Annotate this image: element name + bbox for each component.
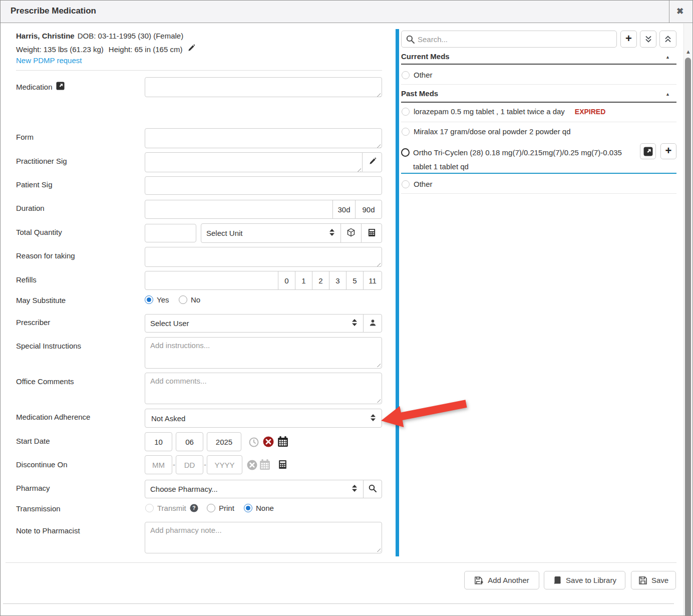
med-radio[interactable] xyxy=(402,108,410,116)
transmit-label: Transmit xyxy=(157,504,186,512)
meds-search-box[interactable] xyxy=(401,31,617,48)
duration-input[interactable] xyxy=(145,200,333,219)
medication-external-link-icon[interactable] xyxy=(56,82,65,92)
med-radio[interactable] xyxy=(402,180,410,188)
meds-search-input[interactable] xyxy=(418,35,616,44)
discontinue-label: Discontinue On xyxy=(16,460,68,469)
past-med-row-other[interactable]: Other xyxy=(402,180,433,188)
scroll-up-icon[interactable]: ▲ xyxy=(685,49,691,55)
collapse-all-button[interactable] xyxy=(640,31,656,48)
duration-90d-button[interactable]: 90d xyxy=(355,200,382,219)
prescriber-label: Prescriber xyxy=(16,318,50,327)
date-separator: - xyxy=(172,460,176,469)
save-to-library-button[interactable]: Save to Library xyxy=(544,571,625,589)
transmit-radio[interactable] xyxy=(145,504,154,512)
current-med-row-other[interactable]: Other xyxy=(402,71,433,79)
discontinue-calendar-icon[interactable] xyxy=(259,459,270,472)
none-radio[interactable] xyxy=(244,504,252,512)
patient-weight: Weight: 135 lbs (61.23 kg) xyxy=(16,45,104,54)
duration-30d-button[interactable]: 30d xyxy=(332,200,356,219)
discontinue-day-input[interactable] xyxy=(176,455,203,474)
save-button[interactable]: Save xyxy=(631,571,676,589)
new-pdmp-request-link[interactable]: New PDMP request xyxy=(16,56,82,65)
start-date-calendar-icon[interactable] xyxy=(277,436,288,449)
refill-5-button[interactable]: 5 xyxy=(346,271,364,290)
bottom-divider xyxy=(3,603,674,604)
date-separator: - xyxy=(203,460,207,469)
row-divider xyxy=(401,193,676,194)
package-lookup-button[interactable] xyxy=(340,223,362,243)
pharmacy-search-button[interactable] xyxy=(363,480,382,498)
pharmacy-label: Pharmacy xyxy=(16,484,50,492)
refills-input[interactable] xyxy=(145,271,278,290)
medication-adherence-select[interactable]: Not Asked xyxy=(145,409,382,428)
unit-select-value: Select Unit xyxy=(206,229,328,237)
substitute-yes-radio[interactable] xyxy=(145,295,153,304)
patient-sig-input[interactable] xyxy=(145,176,382,195)
note-to-pharmacist-label: Note to Pharmacist xyxy=(16,526,80,535)
selected-row-underline xyxy=(401,173,676,174)
reason-input[interactable] xyxy=(145,247,382,267)
refill-0-button[interactable]: 0 xyxy=(278,271,295,290)
scrollbar-thumb[interactable] xyxy=(685,58,691,616)
unit-select[interactable]: Select Unit xyxy=(201,223,341,243)
total-quantity-input[interactable] xyxy=(145,224,196,242)
refill-3-button[interactable]: 3 xyxy=(329,271,346,290)
prescriber-user-button[interactable] xyxy=(363,314,382,333)
med-add-button[interactable]: + xyxy=(660,143,676,159)
practitioner-sig-input[interactable] xyxy=(145,152,363,172)
discontinue-year-input[interactable] xyxy=(207,455,242,474)
office-comments-label: Office Comments xyxy=(16,377,74,386)
edit-vitals-pencil-icon[interactable] xyxy=(187,45,195,54)
med-label: lorazepam 0.5 mg tablet , 1 tablet twice… xyxy=(414,107,565,116)
dialog-header: Prescribe Medication ✖ xyxy=(1,1,692,23)
plus-icon: + xyxy=(665,145,672,156)
refill-11-button[interactable]: 11 xyxy=(363,271,382,290)
pharmacy-select[interactable]: Choose Pharmacy... xyxy=(145,480,364,498)
past-med-row-lorazepam[interactable]: lorazepam 0.5 mg tablet , 1 tablet twice… xyxy=(402,107,605,116)
medication-input[interactable] xyxy=(145,77,382,97)
med-radio[interactable] xyxy=(402,71,410,79)
medication-adherence-label: Medication Adherence xyxy=(16,413,90,421)
start-date-year-input[interactable] xyxy=(207,432,241,451)
special-instructions-input[interactable] xyxy=(145,337,382,369)
duration-calculator-icon[interactable] xyxy=(278,460,287,471)
pharmacy-select-value: Choose Pharmacy... xyxy=(150,485,351,493)
scrollbar-track[interactable]: ▲ ▼ xyxy=(683,24,692,616)
start-date-clear-icon[interactable] xyxy=(263,436,274,449)
office-comments-input[interactable] xyxy=(145,373,382,404)
past-med-row-miralax[interactable]: Miralax 17 gram/dose oral powder 2 powde… xyxy=(402,127,571,136)
form-input[interactable] xyxy=(145,128,382,148)
discontinue-clear-icon[interactable] xyxy=(247,460,257,472)
start-date-month-input[interactable] xyxy=(145,432,172,451)
add-another-button[interactable]: Add Another xyxy=(464,571,539,589)
print-radio[interactable] xyxy=(207,504,215,512)
practitioner-sig-label: Practitioner Sig xyxy=(16,157,67,165)
practitioner-sig-edit-button[interactable] xyxy=(362,152,382,172)
discontinue-month-input[interactable] xyxy=(145,455,172,474)
quantity-calculator-button[interactable] xyxy=(361,223,382,243)
past-med-row-ortho[interactable]: Ortho Tri-Cyclen (28) 0.18 mg(7)/0.215mg… xyxy=(401,146,637,174)
save-label: Save xyxy=(651,576,668,584)
med-radio-selected[interactable] xyxy=(401,148,410,157)
transmit-help-icon[interactable]: ? xyxy=(190,504,198,512)
package-cube-icon xyxy=(346,228,356,238)
select-caret-icon xyxy=(351,484,358,494)
refill-2-button[interactable]: 2 xyxy=(312,271,329,290)
start-date-clock-icon[interactable] xyxy=(249,437,259,449)
collapse-caret-icon[interactable]: ▲ xyxy=(665,92,670,97)
pharmacy-note-input[interactable] xyxy=(145,522,382,553)
close-icon[interactable]: ✖ xyxy=(673,5,686,18)
double-chevron-down-icon xyxy=(644,35,652,43)
expand-all-button[interactable] xyxy=(659,31,676,48)
collapse-caret-icon[interactable]: ▲ xyxy=(665,55,670,60)
refill-1-button[interactable]: 1 xyxy=(295,271,312,290)
med-radio[interactable] xyxy=(402,128,410,136)
prescriber-select[interactable]: Select User xyxy=(145,314,364,333)
substitute-no-radio[interactable] xyxy=(179,295,187,304)
add-med-button[interactable]: + xyxy=(620,31,637,48)
select-caret-icon xyxy=(328,228,335,238)
start-date-day-input[interactable] xyxy=(176,432,203,451)
user-icon xyxy=(369,319,377,328)
med-detail-button[interactable] xyxy=(640,143,656,159)
